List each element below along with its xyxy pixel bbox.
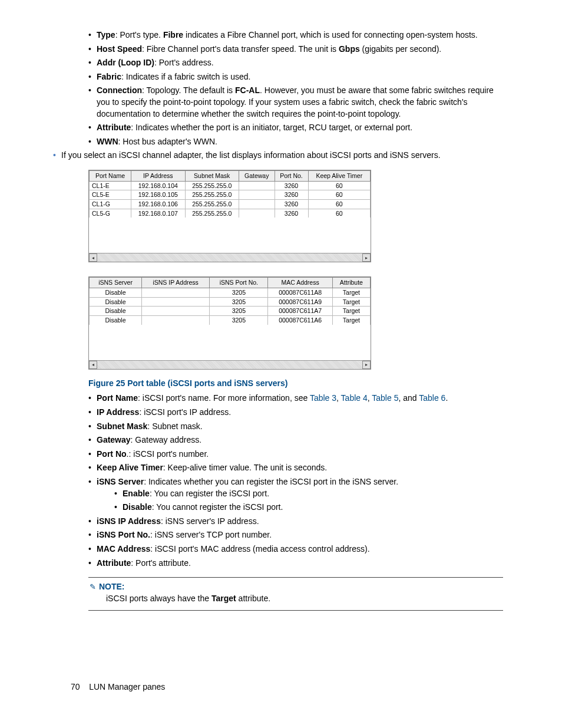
h-scrollbar[interactable]: ◂ ▸ bbox=[89, 360, 371, 369]
link-table6[interactable]: Table 6 bbox=[419, 393, 445, 403]
note-label: NOTE: bbox=[99, 582, 125, 591]
th: Port No. bbox=[275, 170, 308, 181]
def-isnsport: iSNS Port No.: iSNS server's TCP port nu… bbox=[88, 529, 503, 541]
note-before: iSCSI ports always have the bbox=[106, 594, 211, 603]
h-scrollbar[interactable]: ◂ ▸ bbox=[89, 253, 371, 262]
lbl: Attribute bbox=[97, 123, 131, 132]
dot: . bbox=[445, 393, 448, 403]
scroll-track[interactable] bbox=[97, 361, 362, 369]
def-addr: Addr (Loop ID): Port's address. bbox=[88, 57, 503, 69]
lbl: Fabric bbox=[97, 72, 121, 81]
port-table2: iSNS Server iSNS IP Address iSNS Port No… bbox=[89, 277, 371, 324]
lbl: Disable bbox=[123, 502, 152, 512]
link-table3[interactable]: Table 3 bbox=[310, 393, 336, 403]
txt: : Port's address. bbox=[154, 58, 214, 67]
th: iSNS IP Address bbox=[142, 278, 210, 288]
scroll-left-icon[interactable]: ◂ bbox=[89, 253, 97, 262]
def-type: Type: Port's type. Fibre indicates a Fib… bbox=[88, 29, 503, 41]
def-isns: iSNS Server: Indicates whether you can r… bbox=[88, 476, 503, 513]
port-table1-frame: Port Name IP Address Subnet Mask Gateway… bbox=[88, 170, 371, 262]
def-ip: IP Address: iSCSI port's IP address. bbox=[88, 407, 503, 419]
txt: : Port's attribute. bbox=[131, 558, 191, 568]
iscsi-note: If you select an iSCSI channel adapter, … bbox=[53, 150, 503, 162]
txt: : Indicates if a fabric switch is used. bbox=[121, 72, 250, 81]
table-pad bbox=[89, 325, 371, 360]
lbl: Keep Alive Timer bbox=[97, 463, 163, 472]
txt1: : Topology. The default is bbox=[142, 85, 235, 95]
def-portname: Port Name: iSCSI port's name. For more i… bbox=[88, 393, 503, 404]
table-row: Disable3205000087C611A6Target bbox=[90, 316, 371, 325]
isns-sublist: Enable: You can register the iSCSI port.… bbox=[97, 488, 503, 513]
table-row: Disable3205000087C611A9Target bbox=[90, 297, 371, 307]
lbl: iSNS Port No. bbox=[97, 530, 150, 539]
scroll-track[interactable] bbox=[97, 253, 362, 262]
lbl: Port No bbox=[97, 449, 127, 459]
lbl: WWN bbox=[97, 137, 118, 146]
c: , bbox=[336, 393, 341, 403]
rest: indicates a Fibre Channel port, which is… bbox=[183, 30, 478, 39]
def-fabric: Fabric: Indicates if a fabric switch is … bbox=[88, 71, 503, 83]
lbl: iSNS IP Address bbox=[97, 516, 161, 526]
txt: : iSCSI port's MAC address (media access… bbox=[150, 544, 369, 554]
note-body: iSCSI ports always have the Target attri… bbox=[88, 593, 503, 605]
def-keepalive: Keep Alive Timer: Keep-alive timer value… bbox=[88, 462, 503, 474]
txt: : Indicates whether the port is an initi… bbox=[131, 123, 412, 132]
scroll-left-icon[interactable]: ◂ bbox=[89, 361, 97, 369]
lbl: Enable bbox=[123, 489, 150, 498]
note-bold: Target bbox=[211, 594, 236, 603]
note-icon: ✎ bbox=[88, 582, 97, 592]
txt: : Subnet mask. bbox=[147, 421, 202, 431]
page-number: 70 bbox=[71, 682, 80, 691]
def-attribute: Attribute: Indicates whether the port is… bbox=[88, 122, 503, 134]
def-attr: Attribute: Port's attribute. bbox=[88, 558, 503, 569]
th: Gateway bbox=[239, 170, 275, 181]
def-hostspeed: Host Speed: Fibre Channel port's data tr… bbox=[88, 44, 503, 55]
def-portno: Port No.: iSCSI port's number. bbox=[88, 449, 503, 460]
note-box: ✎ NOTE: iSCSI ports always have the Targ… bbox=[88, 577, 503, 611]
scroll-right-icon[interactable]: ▸ bbox=[362, 253, 371, 262]
txt: If you select an iSCSI channel adapter, … bbox=[61, 150, 441, 160]
page-footer: 70 LUN Manager panes bbox=[71, 681, 503, 693]
def-gateway: Gateway: Gateway address. bbox=[88, 434, 503, 446]
txt: : Fibre Channel port's data transfer spe… bbox=[142, 44, 339, 54]
scroll-right-icon[interactable]: ▸ bbox=[362, 361, 371, 369]
th: iSNS Server bbox=[90, 278, 142, 288]
gbps-lbl: Gbps bbox=[339, 44, 360, 54]
th: MAC Address bbox=[268, 278, 332, 288]
th: Attribute bbox=[332, 278, 370, 288]
lbl: IP Address bbox=[97, 407, 139, 417]
page-title: LUN Manager panes bbox=[89, 682, 165, 691]
link-table5[interactable]: Table 5 bbox=[372, 393, 398, 403]
def-mac: MAC Address: iSCSI port's MAC address (m… bbox=[88, 543, 503, 555]
th: Port Name bbox=[90, 170, 131, 181]
lbl: Port Name bbox=[97, 393, 138, 403]
txt: : You can register the iSCSI port. bbox=[150, 489, 269, 498]
txt: : iSNS server's TCP port number. bbox=[150, 530, 272, 539]
lbl: Attribute bbox=[97, 558, 131, 568]
port-table1: Port Name IP Address Subnet Mask Gateway… bbox=[89, 170, 371, 218]
lbl: Subnet Mask bbox=[97, 421, 147, 431]
def-enable: Enable: You can register the iSCSI port. bbox=[114, 488, 503, 500]
txt: : Keep-alive timer value. The unit is se… bbox=[163, 463, 327, 472]
txt: : Host bus adapter's WWN. bbox=[118, 137, 217, 146]
def-disable: Disable: You cannot register the iSCSI p… bbox=[114, 502, 503, 513]
txt: : iSNS server's IP address. bbox=[161, 516, 259, 526]
port-table2-frame: iSNS Server iSNS IP Address iSNS Port No… bbox=[88, 276, 371, 369]
table-row: CL5-E192.168.0.105255.255.255.0326060 bbox=[90, 190, 371, 200]
table-pad bbox=[89, 218, 371, 253]
txt: : You cannot register the iSCSI port. bbox=[152, 502, 283, 512]
table-row: CL1-E192.168.0.104255.255.255.0326060 bbox=[90, 181, 371, 190]
fibre-lbl: Fibre bbox=[163, 30, 183, 39]
link-table4[interactable]: Table 4 bbox=[341, 393, 368, 403]
defs2-list: Port Name: iSCSI port's name. For more i… bbox=[71, 393, 503, 569]
port-attrs-list: Type: Port's type. Fibre indicates a Fib… bbox=[71, 29, 503, 147]
th: Keep Alive Timer bbox=[308, 170, 370, 181]
c: , and bbox=[398, 393, 419, 403]
def-wwn: WWN: Host bus adapter's WWN. bbox=[88, 136, 503, 148]
table-row: CL1-G192.168.0.106255.255.255.0326060 bbox=[90, 200, 371, 209]
txt: : Port's type. bbox=[115, 30, 163, 39]
lbl: Host Speed bbox=[97, 44, 142, 54]
th: IP Address bbox=[131, 170, 185, 181]
def-connection: Connection: Topology. The default is FC-… bbox=[88, 85, 503, 120]
txt: .: iSCSI port's number. bbox=[127, 449, 209, 459]
